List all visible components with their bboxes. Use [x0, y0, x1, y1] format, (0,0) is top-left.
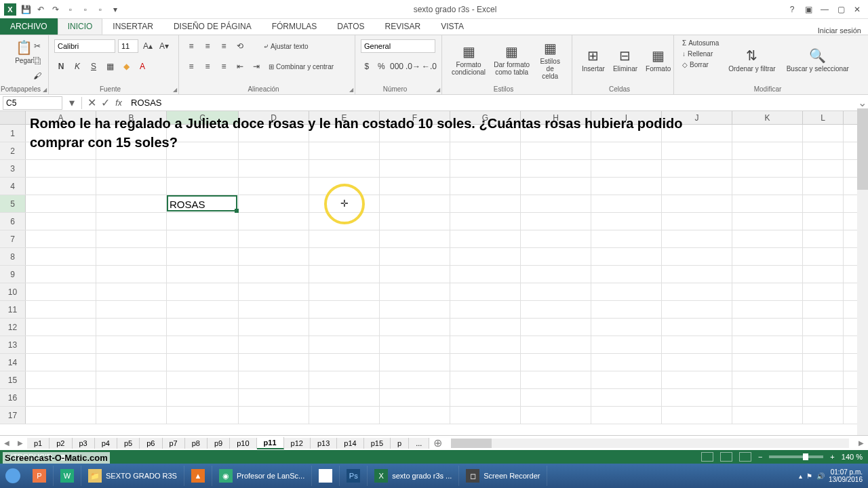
expand-formula-icon[interactable]: ⌄ [856, 96, 868, 109]
cell[interactable] [309, 160, 380, 177]
name-box[interactable]: C5 [3, 96, 62, 110]
cell[interactable] [26, 195, 96, 212]
sheet-tab[interactable]: p3 [73, 438, 95, 449]
cell[interactable] [309, 178, 380, 195]
row-header[interactable]: 12 [0, 319, 26, 336]
cell[interactable] [96, 319, 167, 336]
cell[interactable] [309, 283, 380, 300]
new-icon[interactable]: ▫ [65, 4, 76, 15]
cell[interactable] [380, 266, 450, 283]
font-name-select[interactable]: Calibri [54, 39, 115, 53]
cell[interactable] [521, 354, 591, 371]
cell[interactable] [450, 160, 521, 177]
page-layout-view-icon[interactable] [720, 452, 732, 462]
cell[interactable] [96, 354, 167, 371]
row-header[interactable]: 3 [0, 160, 26, 177]
cell[interactable] [803, 389, 844, 406]
dec-decimal-icon[interactable]: ←.0 [422, 60, 436, 73]
cell[interactable] [380, 407, 450, 424]
cell[interactable] [591, 213, 662, 230]
cell[interactable] [96, 266, 167, 283]
cell[interactable] [591, 301, 662, 318]
cell[interactable] [803, 160, 844, 177]
cell[interactable] [591, 178, 662, 195]
cell[interactable] [239, 389, 309, 406]
row-header[interactable]: 6 [0, 213, 26, 230]
cell[interactable] [380, 248, 450, 265]
sheet-tab[interactable]: p11 [257, 437, 284, 449]
cell[interactable] [26, 248, 96, 265]
cell[interactable] [26, 230, 96, 247]
tray-up-icon[interactable]: ▴ [799, 472, 802, 480]
cell[interactable] [803, 301, 844, 318]
cell[interactable] [732, 319, 803, 336]
cell[interactable] [309, 195, 380, 212]
cell[interactable] [167, 389, 239, 406]
font-size-select[interactable]: 11 [118, 39, 138, 53]
cell[interactable] [450, 195, 521, 212]
taskbar-pinned[interactable]: W [54, 466, 81, 486]
system-tray[interactable]: ▴ ⚑ 🔊 01:07 p.m.13/09/2016 [799, 468, 868, 483]
cell[interactable] [26, 301, 96, 318]
cell[interactable] [521, 178, 591, 195]
page-break-view-icon[interactable] [739, 452, 751, 462]
cell[interactable] [803, 230, 844, 247]
cell[interactable] [167, 248, 239, 265]
italic-button[interactable]: K [71, 60, 84, 73]
col-header[interactable]: K [732, 111, 803, 124]
cell[interactable] [239, 407, 309, 424]
cell[interactable] [96, 195, 167, 212]
cell[interactable] [450, 213, 521, 230]
cell[interactable] [732, 301, 803, 318]
cell[interactable] [591, 389, 662, 406]
cell[interactable] [239, 160, 309, 177]
cell[interactable] [239, 336, 309, 353]
cell[interactable] [450, 336, 521, 353]
tab-archivo[interactable]: ARCHIVO [0, 18, 58, 35]
cell[interactable] [521, 336, 591, 353]
row-header[interactable]: 5 [0, 195, 26, 212]
cell[interactable] [662, 160, 732, 177]
cell[interactable] [309, 407, 380, 424]
sheet-nav-prev-icon[interactable]: ◀ [0, 439, 14, 447]
add-sheet-button[interactable]: ⊕ [429, 436, 446, 449]
cell[interactable] [662, 283, 732, 300]
border-button[interactable]: ▦ [103, 60, 117, 73]
percent-icon[interactable]: % [376, 60, 388, 73]
cell[interactable] [732, 371, 803, 388]
cell[interactable] [167, 160, 239, 177]
zoom-in-icon[interactable]: + [830, 453, 834, 461]
cell[interactable] [450, 407, 521, 424]
fill-button[interactable]: ↓Rellenar [679, 49, 722, 59]
close-icon[interactable]: ✕ [850, 3, 864, 16]
zoom-slider[interactable] [769, 455, 823, 458]
expand-icon[interactable]: ◢ [173, 87, 177, 93]
font-color-button[interactable]: A [136, 60, 149, 73]
cell[interactable] [732, 336, 803, 353]
align-bot-icon[interactable]: ≡ [217, 39, 231, 53]
cell[interactable] [96, 336, 167, 353]
sheet-tab[interactable]: p14 [337, 438, 363, 449]
qat-dropdown-icon[interactable]: ▾ [110, 4, 121, 15]
row-header[interactable]: 14 [0, 354, 26, 371]
cell[interactable] [380, 336, 450, 353]
row-header[interactable]: 8 [0, 248, 26, 265]
taskbar-folder[interactable]: 📁SEXTO GRADO R3S [81, 466, 184, 486]
cell[interactable] [450, 283, 521, 300]
cell[interactable] [662, 266, 732, 283]
cell[interactable] [591, 195, 662, 212]
cell[interactable] [26, 266, 96, 283]
cell[interactable] [732, 407, 803, 424]
cell[interactable] [732, 230, 803, 247]
taskbar-chrome[interactable]: ◉ [312, 466, 340, 486]
format-painter-icon[interactable]: 🖌 [31, 69, 44, 83]
cell[interactable] [591, 319, 662, 336]
cell[interactable] [167, 354, 239, 371]
redo-icon[interactable]: ↷ [50, 4, 61, 15]
sheet-tab[interactable]: p5 [117, 438, 140, 449]
cell[interactable] [732, 125, 803, 142]
row-header[interactable]: 13 [0, 336, 26, 353]
cell[interactable] [239, 301, 309, 318]
autosum-button[interactable]: ΣAutosuma [679, 38, 722, 48]
cell[interactable] [380, 195, 450, 212]
